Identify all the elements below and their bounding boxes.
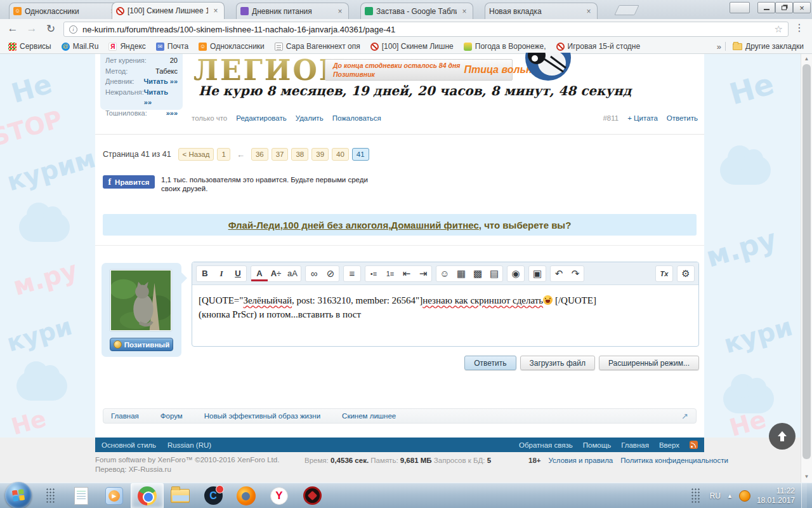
bullet-list-icon[interactable]: •≡ [365,266,382,281]
show-desktop-button[interactable] [801,483,807,508]
bookmark-page[interactable]: Сара Вагенкнехт опя [272,41,363,52]
insert-media-icon[interactable]: ▩ [469,266,486,281]
advanced-mode-button[interactable]: Расширенный режим... [599,356,699,370]
other-bookmarks[interactable]: Другие закладки [730,41,807,52]
new-tab-button[interactable] [614,5,639,15]
camera-icon[interactable]: ◉ [508,266,524,281]
facebook-like-button[interactable]: f Нравится [103,175,155,189]
insert-link-icon[interactable]: ∞ [306,266,322,281]
home-link[interactable]: Главная [621,441,649,449]
bookmark-star-icon[interactable]: ☆ [775,23,783,35]
taskbar-app-explorer[interactable] [164,483,197,508]
back-icon[interactable]: ← [5,22,20,35]
external-link-icon[interactable]: ↗ [681,411,688,421]
taskbar-app-yandex[interactable]: Y [263,483,296,508]
smilies-icon[interactable]: ☺ [436,266,453,281]
quote-link[interactable]: + Цитата [627,114,658,122]
page-info-icon[interactable]: i [69,25,77,34]
indent-icon[interactable]: ⇥ [415,266,431,281]
italic-icon[interactable]: I [213,266,230,281]
page-button-37[interactable]: 37 [272,148,289,161]
bookmark-weather[interactable]: Погода в Воронеже, [461,41,549,52]
bookmark-game[interactable]: Игровая 15-й стодне [553,41,644,52]
bookmark-mail[interactable]: ✉Почта [153,41,192,52]
terms-link[interactable]: Условия и правила [549,457,613,464]
bookmark-mailru[interactable]: @Mail.Ru [58,41,102,52]
bookmark-forum[interactable]: [100] Скинем Лишне [367,41,457,52]
taskbar-toolbar-handle[interactable] [46,488,56,504]
taskbar-app-mediaplayer[interactable]: ▶ [98,483,131,508]
minimize-button[interactable] [757,2,775,13]
text-color-icon[interactable]: A [251,268,268,281]
hidden-icons-arrow[interactable]: ▲ [727,493,733,499]
taskbar-app-utility[interactable] [296,483,329,508]
style-chooser-link[interactable]: Основной стиль [102,441,156,449]
rss-icon[interactable] [690,441,698,449]
upload-file-button[interactable]: Загрузить файл [520,356,595,370]
language-chooser-link[interactable]: Russian (RU) [167,441,211,449]
edit-link[interactable]: Редактировать [236,114,286,122]
page-button-38[interactable]: 38 [291,148,308,161]
post-timestamp[interactable]: только что [192,114,227,122]
font-family-icon[interactable]: aA [284,266,301,281]
taskbar-app-chrome-active[interactable] [131,483,164,508]
outdent-icon[interactable]: ⇤ [398,266,415,281]
save-draft-icon[interactable]: ▣ [529,266,546,281]
bookmark-yandex[interactable]: ЯЯндекс [105,41,148,52]
bookmark-services[interactable]: Сервисы [5,41,55,52]
forward-icon[interactable]: → [24,22,39,35]
taskbar-app-firefox[interactable] [230,483,263,508]
insert-quote-icon[interactable]: ▤ [486,266,502,281]
reply-submit-button[interactable]: Ответить [464,356,516,370]
user-avatar[interactable] [110,270,171,331]
scrollbar-down-arrow[interactable]: ▼ [801,472,812,481]
tab-close-icon[interactable]: × [584,7,593,16]
address-bar[interactable]: i ne-kurim.ru/forum/threads/100-skinem-l… [63,22,789,37]
taskbar-clock[interactable]: 11:22 18.01.2017 [757,486,795,505]
taskbar-app-cleaner[interactable]: C [197,483,230,508]
prev-page-button[interactable]: < Назад [178,148,214,161]
delete-link[interactable]: Удалить [296,114,324,122]
tab-food-diary[interactable]: Дневник питания × [236,3,349,19]
taskbar-app-notepad[interactable] [65,483,98,508]
start-button[interactable] [5,482,32,508]
language-indicator[interactable]: RU [710,491,721,500]
bookmarks-overflow-chevron[interactable]: » [717,42,721,51]
remove-formatting-icon[interactable]: Tx [656,266,672,281]
breadcrumb-section[interactable]: Новый эффективный образ жизни [204,412,320,420]
help-link[interactable]: Помощь [583,441,611,449]
breadcrumb-forum[interactable]: Форум [160,412,183,420]
underline-icon[interactable]: U [230,266,246,281]
top-link[interactable]: Вверх [659,441,679,449]
post-number[interactable]: #811 [603,114,619,122]
numbered-list-icon[interactable]: 1≡ [382,266,398,281]
insert-image-icon[interactable]: ▦ [453,266,469,281]
window-close-button[interactable]: × [793,2,811,13]
tab-close-icon[interactable]: × [460,7,469,16]
browser-menu-icon[interactable]: ⋮ [794,22,804,34]
flylady-link[interactable]: Флай-Леди [228,220,280,231]
no-alcohol-link[interactable]: 100 дней без алкоголя [283,220,388,231]
scrollbar-up-arrow[interactable]: ▲ [801,54,812,64]
profile-button[interactable] [730,2,750,13]
reload-icon[interactable]: ↻ [43,22,58,36]
scroll-to-top-button[interactable] [769,423,796,450]
tab-google-sheets[interactable]: Застава - Google Табли × [360,3,473,19]
page-button-36[interactable]: 36 [251,148,268,161]
diary-link[interactable]: Читать »» [144,76,178,87]
antivirus-tray-icon[interactable] [739,490,750,502]
report-link[interactable]: Пожаловаться [332,114,381,122]
redo-icon[interactable]: ↷ [567,266,584,281]
diary-link[interactable]: Читать »» [144,87,178,108]
maximize-button[interactable] [775,2,793,13]
feedback-link[interactable]: Обратная связь [519,441,573,449]
page-scrollbar[interactable]: ▲ ▼ [801,54,812,483]
page-button-39[interactable]: 39 [311,148,329,161]
editor-text-area[interactable]: [QUOTE="Зелёныйчай, post: 3163210, membe… [192,285,698,346]
reply-link[interactable]: Ответить [667,114,698,122]
privacy-link[interactable]: Политика конфиденциальности [620,457,728,464]
diary-link[interactable]: »»» [166,108,178,119]
positive-badge-button[interactable]: Позитивный [110,338,173,351]
tab-forum-active[interactable]: [100] Скинем Лишнее 1 × [112,2,225,19]
home-fitness-link[interactable]: Домашний фитнес [391,220,479,231]
